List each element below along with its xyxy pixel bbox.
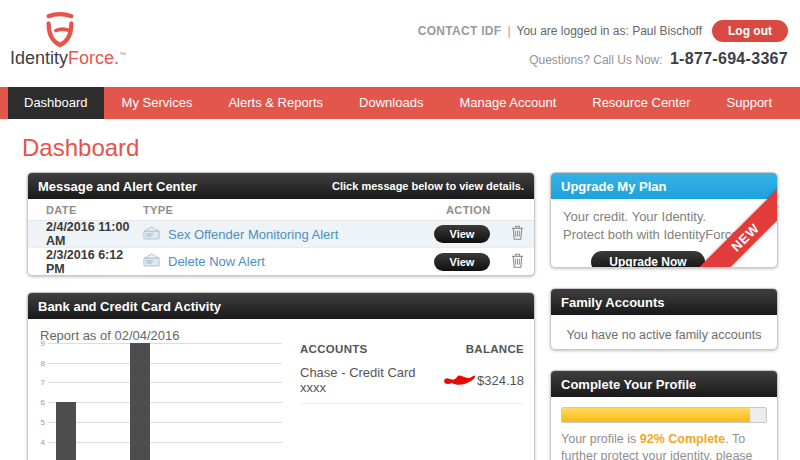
main-nav: Dashboard My Services Alerts & Reports D…: [0, 87, 800, 119]
message-panel-header: Message and Alert Center Click message b…: [28, 173, 534, 199]
accounts-block: ACCOUNTS BALANCE Chase - Credit Card xxx…: [300, 343, 524, 404]
family-panel-title: Family Accounts: [561, 295, 665, 310]
chart-ytick-label: 5: [34, 418, 45, 427]
identityforce-dashboard-page: IdentityForce.™ CONTACT IDF | You are lo…: [0, 0, 800, 460]
questions-label: Questions? Call Us Now:: [529, 53, 662, 67]
chart-gridline: [48, 382, 282, 383]
chart-ytick-label: 7: [34, 378, 45, 387]
page-title: Dashboard: [22, 134, 139, 162]
envelope-icon: [143, 226, 160, 243]
table-row[interactable]: 2/4/2016 11:00 AM Sex Offender Monitorin…: [28, 221, 534, 248]
message-alert-center-panel: Message and Alert Center Click message b…: [27, 172, 535, 276]
login-line: CONTACT IDF | You are logged in as: Paul…: [418, 20, 788, 42]
view-button[interactable]: View: [434, 253, 490, 271]
redaction-scribble: [443, 373, 477, 389]
bank-panel-header: Bank and Credit Card Activity: [28, 293, 534, 319]
col-header-date: DATE: [28, 204, 143, 216]
upgrade-now-button[interactable]: Upgrade Now: [591, 251, 704, 268]
chart-ytick-label: 8: [34, 359, 45, 368]
nav-item-dashboard[interactable]: Dashboard: [8, 87, 104, 119]
contact-idf-link[interactable]: CONTACT IDF: [418, 24, 502, 38]
envelope-icon: [143, 253, 160, 270]
phone-line: Questions? Call Us Now: 1-877-694-3367: [418, 50, 788, 68]
chart-gridline: [48, 422, 282, 423]
trash-icon[interactable]: [500, 225, 534, 243]
col-header-action: ACTION: [434, 204, 534, 216]
chart-gridline: [48, 402, 282, 403]
bank-activity-bar-chart: 987654: [34, 337, 286, 460]
bank-activity-panel: Bank and Credit Card Activity Report as …: [27, 292, 535, 460]
logout-button[interactable]: Log out: [712, 20, 788, 42]
nav-item-alerts-reports[interactable]: Alerts & Reports: [210, 87, 341, 119]
upgrade-plan-panel: Upgrade My Plan Your credit. Your Identi…: [550, 172, 778, 268]
profile-panel-title: Complete Your Profile: [561, 377, 696, 392]
message-panel-title: Message and Alert Center: [38, 179, 197, 194]
nav-item-downloads[interactable]: Downloads: [341, 87, 441, 119]
profile-panel-header: Complete Your Profile: [551, 371, 777, 397]
chart-gridline: [48, 343, 282, 344]
nav-item-resource-center[interactable]: Resource Center: [574, 87, 708, 119]
col-header-accounts: ACCOUNTS: [300, 343, 368, 355]
account-row: Chase - Credit Card xxxx $324.18: [300, 365, 524, 404]
profile-progress-bar: [561, 407, 767, 423]
chart-bar: [56, 402, 76, 460]
message-panel-hint: Click message below to view details.: [332, 180, 524, 192]
phone-number: 1-877-694-3367: [670, 50, 788, 67]
profile-text: Your profile is 92% Complete. To further…: [561, 431, 767, 460]
table-row[interactable]: 2/3/2016 6:12 PM Delete Now Alert View: [28, 248, 534, 275]
chart-bar: [130, 343, 150, 460]
alert-date: 2/3/2016 6:12 PM: [28, 248, 143, 276]
new-ribbon: NEW: [697, 187, 777, 267]
col-header-balance: BALANCE: [466, 343, 524, 355]
nav-item-manage-account[interactable]: Manage Account: [441, 87, 574, 119]
complete-profile-panel: Complete Your Profile Your profile is 92…: [550, 370, 778, 460]
trash-icon[interactable]: [500, 253, 534, 271]
alert-link[interactable]: Delete Now Alert: [168, 254, 265, 269]
identityforce-shield-icon: [43, 12, 77, 52]
separator: |: [507, 24, 510, 38]
family-empty-message: You have no active family accounts: [551, 315, 777, 355]
logged-in-text: You are logged in as: Paul Bischoff: [517, 24, 702, 38]
nav-item-support[interactable]: Support: [709, 87, 791, 119]
bank-panel-title: Bank and Credit Card Activity: [38, 299, 221, 314]
chart-ytick-label: 6: [34, 398, 45, 407]
chart-ytick-label: 9: [34, 339, 45, 348]
alert-link[interactable]: Sex Offender Monitoring Alert: [168, 227, 338, 242]
col-header-type: TYPE: [143, 204, 434, 216]
nav-item-my-services[interactable]: My Services: [104, 87, 211, 119]
family-panel-header: Family Accounts: [551, 289, 777, 315]
account-name: Chase - Credit Card xxxx: [300, 365, 442, 395]
new-ribbon-wrap: NEW: [697, 187, 777, 267]
header-right: CONTACT IDF | You are logged in as: Paul…: [418, 20, 788, 68]
view-button[interactable]: View: [434, 225, 490, 243]
alert-date: 2/4/2016 11:00 AM: [28, 220, 143, 248]
chart-ytick-label: 4: [34, 438, 45, 447]
top-header: IdentityForce.™ CONTACT IDF | You are lo…: [0, 0, 800, 87]
brand-wordmark: IdentityForce.™: [10, 48, 126, 69]
profile-progress-fill: [562, 408, 750, 422]
chart-gridline: [48, 442, 282, 443]
account-balance: $324.18: [477, 373, 524, 388]
family-accounts-panel: Family Accounts You have no active famil…: [550, 288, 778, 350]
chart-gridline: [48, 363, 282, 364]
profile-percent-highlight: 92% Complete: [640, 432, 725, 446]
message-table-header: DATE TYPE ACTION: [28, 199, 534, 221]
upgrade-panel-title: Upgrade My Plan: [561, 179, 666, 194]
